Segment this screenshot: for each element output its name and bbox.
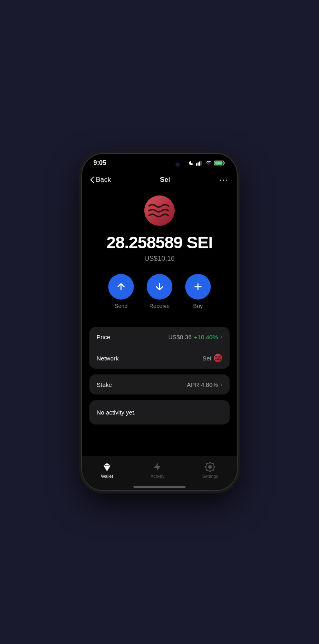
svg-rect-1 — [198, 163, 199, 166]
action-buttons: Send Receive — [108, 274, 211, 319]
price-network-card: Price US$0.36 +10.40% › Network Sei — [89, 327, 230, 369]
receive-icon — [154, 282, 165, 292]
network-row[interactable]: Network Sei — [89, 347, 230, 369]
send-button-wrap: Send — [108, 274, 134, 309]
stake-chevron-icon: › — [220, 381, 222, 388]
header: Back Sei ··· — [82, 170, 237, 188]
spacer — [82, 425, 237, 456]
screen-content: Back Sei ··· 28.258589 SEI — [82, 170, 237, 490]
svg-rect-3 — [200, 161, 202, 166]
send-icon — [116, 282, 126, 292]
price-label: Price — [97, 334, 110, 340]
send-button[interactable] — [108, 274, 134, 300]
camera-dot — [176, 163, 180, 167]
status-icons: ⚡ — [188, 160, 226, 166]
phone-frame: 9:05 ⚡ — [81, 153, 238, 491]
activity-card: No activity yet. — [89, 400, 230, 425]
price-value: US$0.36 +10.40% › — [168, 333, 222, 340]
nav-item-settings[interactable]: Settings — [194, 460, 226, 480]
coin-usd-value: US$10.16 — [144, 255, 175, 263]
home-indicator — [82, 483, 237, 490]
wallet-nav-label: Wallet — [101, 474, 113, 479]
svg-text:⚡: ⚡ — [217, 162, 220, 165]
more-button[interactable]: ··· — [219, 175, 229, 185]
coin-section: 28.258589 SEI US$10.16 Send — [82, 188, 237, 327]
network-value: Sei — [202, 354, 222, 362]
buy-label: Buy — [193, 303, 203, 309]
bottom-nav: Wallet Activity Settings — [82, 456, 237, 483]
network-label: Network — [97, 355, 119, 362]
home-bar — [133, 486, 186, 488]
price-chevron-icon: › — [220, 333, 222, 340]
battery-icon: ⚡ — [214, 160, 226, 166]
back-label: Back — [96, 176, 111, 184]
price-row[interactable]: Price US$0.36 +10.40% › — [89, 327, 230, 347]
moon-icon — [188, 160, 194, 166]
status-time: 9:05 — [93, 159, 106, 167]
stake-value: APR 4.80% › — [187, 381, 222, 388]
coin-amount: 28.258589 SEI — [107, 233, 213, 252]
stake-apr: APR 4.80% — [187, 381, 218, 388]
svg-rect-2 — [199, 161, 200, 166]
activity-lightning-icon — [152, 462, 163, 472]
sei-network-icon — [214, 354, 222, 362]
back-button[interactable]: Back — [90, 176, 111, 184]
no-activity-text: No activity yet. — [89, 400, 230, 425]
buy-icon — [193, 282, 203, 292]
network-name: Sei — [202, 355, 211, 362]
settings-gear-icon — [205, 462, 215, 472]
svg-rect-5 — [224, 162, 224, 164]
send-label: Send — [115, 303, 128, 309]
settings-nav-label: Settings — [202, 474, 218, 479]
receive-label: Receive — [149, 303, 170, 309]
status-bar: 9:05 ⚡ — [82, 154, 237, 170]
wifi-icon — [205, 160, 212, 166]
price-amount: US$0.36 — [168, 334, 192, 340]
price-change: +10.40% — [194, 334, 218, 340]
wallet-diamond-icon — [102, 462, 112, 472]
dynamic-island — [135, 158, 184, 171]
receive-button-wrap: Receive — [147, 274, 172, 309]
svg-rect-0 — [196, 163, 197, 166]
nav-item-activity[interactable]: Activity — [143, 460, 173, 480]
nav-item-wallet[interactable]: Wallet — [93, 460, 121, 480]
back-icon — [90, 177, 94, 183]
stake-row[interactable]: Stake APR 4.80% › — [89, 374, 230, 394]
signal-icon — [196, 160, 203, 166]
buy-button-wrap: Buy — [185, 274, 211, 309]
stake-card: Stake APR 4.80% › — [89, 374, 230, 394]
activity-nav-label: Activity — [151, 474, 165, 479]
sei-logo — [143, 195, 176, 227]
buy-button[interactable] — [185, 274, 211, 300]
stake-label: Stake — [97, 381, 112, 388]
header-title: Sei — [160, 176, 170, 184]
receive-button[interactable] — [147, 274, 172, 300]
cards-section: Price US$0.36 +10.40% › Network Sei — [82, 327, 237, 425]
